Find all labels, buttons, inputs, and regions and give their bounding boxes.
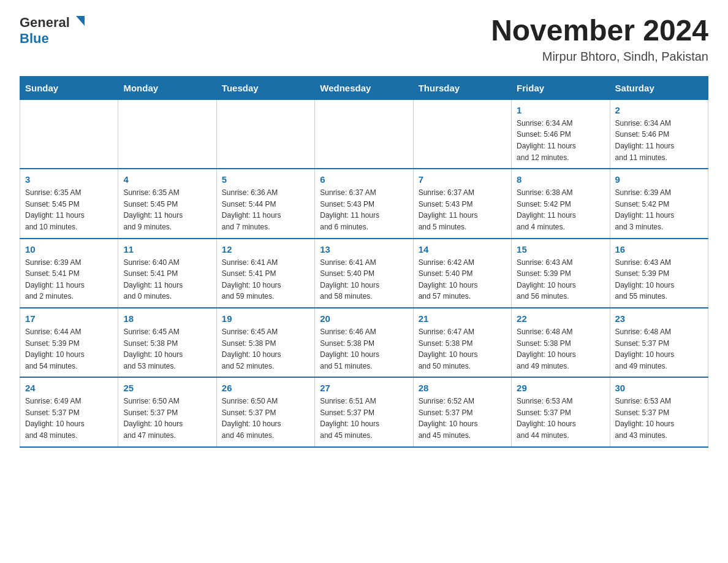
calendar-cell: 6Sunrise: 6:37 AM Sunset: 5:43 PM Daylig… (315, 169, 413, 238)
logo-icon (71, 15, 85, 28)
day-info: Sunrise: 6:45 AM Sunset: 5:38 PM Dayligh… (123, 326, 211, 372)
day-number: 8 (517, 174, 604, 185)
calendar-cell (413, 99, 511, 169)
calendar-cell (118, 99, 216, 169)
day-number: 9 (615, 174, 703, 185)
logo-general-text: General (20, 15, 70, 31)
day-info: Sunrise: 6:41 AM Sunset: 5:40 PM Dayligh… (320, 257, 408, 302)
day-number: 15 (517, 244, 604, 255)
day-info: Sunrise: 6:34 AM Sunset: 5:46 PM Dayligh… (615, 118, 703, 163)
title-section: November 2024 Mirpur Bhtoro, Sindh, Paki… (491, 15, 708, 64)
calendar-cell: 13Sunrise: 6:41 AM Sunset: 5:40 PM Dayli… (315, 239, 413, 308)
day-info: Sunrise: 6:46 AM Sunset: 5:38 PM Dayligh… (320, 326, 408, 372)
day-number: 12 (222, 244, 309, 255)
page-header: General Blue November 2024 Mirpur Bhtoro… (20, 15, 708, 64)
col-header-monday: Monday (118, 76, 216, 99)
day-number: 21 (419, 313, 506, 324)
day-info: Sunrise: 6:37 AM Sunset: 5:43 PM Dayligh… (320, 187, 408, 232)
svg-marker-0 (76, 16, 85, 26)
calendar-week-row: 24Sunrise: 6:49 AM Sunset: 5:37 PM Dayli… (20, 377, 708, 446)
calendar-cell: 20Sunrise: 6:46 AM Sunset: 5:38 PM Dayli… (315, 308, 413, 377)
day-info: Sunrise: 6:48 AM Sunset: 5:38 PM Dayligh… (517, 326, 604, 372)
day-number: 23 (615, 313, 703, 324)
calendar-cell: 27Sunrise: 6:51 AM Sunset: 5:37 PM Dayli… (315, 377, 413, 446)
calendar-cell: 9Sunrise: 6:39 AM Sunset: 5:42 PM Daylig… (610, 169, 708, 238)
calendar-cell: 7Sunrise: 6:37 AM Sunset: 5:43 PM Daylig… (413, 169, 511, 238)
day-number: 24 (25, 383, 113, 393)
day-info: Sunrise: 6:42 AM Sunset: 5:40 PM Dayligh… (419, 257, 506, 302)
calendar-cell: 1Sunrise: 6:34 AM Sunset: 5:46 PM Daylig… (512, 99, 610, 169)
day-number: 17 (25, 313, 113, 324)
calendar-cell: 29Sunrise: 6:53 AM Sunset: 5:37 PM Dayli… (512, 377, 610, 446)
day-info: Sunrise: 6:49 AM Sunset: 5:37 PM Dayligh… (25, 396, 113, 441)
col-header-thursday: Thursday (413, 76, 511, 99)
calendar-cell: 3Sunrise: 6:35 AM Sunset: 5:45 PM Daylig… (20, 169, 118, 238)
calendar-cell: 23Sunrise: 6:48 AM Sunset: 5:37 PM Dayli… (610, 308, 708, 377)
calendar-cell: 5Sunrise: 6:36 AM Sunset: 5:44 PM Daylig… (216, 169, 314, 238)
day-number: 14 (419, 244, 506, 255)
day-number: 22 (517, 313, 604, 324)
day-info: Sunrise: 6:44 AM Sunset: 5:39 PM Dayligh… (25, 326, 113, 372)
day-number: 13 (320, 244, 408, 255)
day-info: Sunrise: 6:41 AM Sunset: 5:41 PM Dayligh… (222, 257, 309, 302)
col-header-wednesday: Wednesday (315, 76, 413, 99)
day-number: 16 (615, 244, 703, 255)
day-info: Sunrise: 6:39 AM Sunset: 5:42 PM Dayligh… (615, 187, 703, 232)
day-info: Sunrise: 6:50 AM Sunset: 5:37 PM Dayligh… (222, 396, 309, 441)
calendar-cell: 4Sunrise: 6:35 AM Sunset: 5:45 PM Daylig… (118, 169, 216, 238)
day-info: Sunrise: 6:35 AM Sunset: 5:45 PM Dayligh… (25, 187, 113, 232)
day-info: Sunrise: 6:52 AM Sunset: 5:37 PM Dayligh… (419, 396, 506, 441)
day-number: 10 (25, 244, 113, 255)
day-info: Sunrise: 6:43 AM Sunset: 5:39 PM Dayligh… (615, 257, 703, 302)
calendar-cell: 15Sunrise: 6:43 AM Sunset: 5:39 PM Dayli… (512, 239, 610, 308)
calendar-header-row: SundayMondayTuesdayWednesdayThursdayFrid… (20, 76, 708, 99)
month-title: November 2024 (491, 15, 708, 47)
col-header-saturday: Saturday (610, 76, 708, 99)
calendar-cell: 19Sunrise: 6:45 AM Sunset: 5:38 PM Dayli… (216, 308, 314, 377)
day-info: Sunrise: 6:34 AM Sunset: 5:46 PM Dayligh… (517, 118, 604, 163)
day-number: 2 (615, 105, 703, 115)
day-info: Sunrise: 6:48 AM Sunset: 5:37 PM Dayligh… (615, 326, 703, 372)
calendar-cell (315, 99, 413, 169)
day-info: Sunrise: 6:35 AM Sunset: 5:45 PM Dayligh… (123, 187, 211, 232)
calendar-cell: 21Sunrise: 6:47 AM Sunset: 5:38 PM Dayli… (413, 308, 511, 377)
day-info: Sunrise: 6:50 AM Sunset: 5:37 PM Dayligh… (123, 396, 211, 441)
calendar-cell: 18Sunrise: 6:45 AM Sunset: 5:38 PM Dayli… (118, 308, 216, 377)
col-header-sunday: Sunday (20, 76, 118, 99)
day-number: 26 (222, 383, 309, 393)
day-number: 6 (320, 174, 408, 185)
day-info: Sunrise: 6:45 AM Sunset: 5:38 PM Dayligh… (222, 326, 309, 372)
calendar-week-row: 1Sunrise: 6:34 AM Sunset: 5:46 PM Daylig… (20, 99, 708, 169)
day-info: Sunrise: 6:39 AM Sunset: 5:41 PM Dayligh… (25, 257, 113, 302)
calendar-cell: 16Sunrise: 6:43 AM Sunset: 5:39 PM Dayli… (610, 239, 708, 308)
day-number: 1 (517, 105, 604, 115)
day-number: 5 (222, 174, 309, 185)
col-header-friday: Friday (512, 76, 610, 99)
day-number: 7 (419, 174, 506, 185)
calendar-cell: 26Sunrise: 6:50 AM Sunset: 5:37 PM Dayli… (216, 377, 314, 446)
calendar-cell: 11Sunrise: 6:40 AM Sunset: 5:41 PM Dayli… (118, 239, 216, 308)
col-header-tuesday: Tuesday (216, 76, 314, 99)
logo: General Blue (20, 15, 85, 47)
calendar-cell: 12Sunrise: 6:41 AM Sunset: 5:41 PM Dayli… (216, 239, 314, 308)
day-info: Sunrise: 6:43 AM Sunset: 5:39 PM Dayligh… (517, 257, 604, 302)
calendar-cell (20, 99, 118, 169)
day-info: Sunrise: 6:51 AM Sunset: 5:37 PM Dayligh… (320, 396, 408, 441)
day-number: 3 (25, 174, 113, 185)
calendar-cell: 8Sunrise: 6:38 AM Sunset: 5:42 PM Daylig… (512, 169, 610, 238)
day-info: Sunrise: 6:53 AM Sunset: 5:37 PM Dayligh… (517, 396, 604, 441)
day-info: Sunrise: 6:38 AM Sunset: 5:42 PM Dayligh… (517, 187, 604, 232)
calendar-cell (216, 99, 314, 169)
calendar-cell: 2Sunrise: 6:34 AM Sunset: 5:46 PM Daylig… (610, 99, 708, 169)
calendar-cell: 17Sunrise: 6:44 AM Sunset: 5:39 PM Dayli… (20, 308, 118, 377)
calendar-cell: 30Sunrise: 6:53 AM Sunset: 5:37 PM Dayli… (610, 377, 708, 446)
day-number: 28 (419, 383, 506, 393)
day-number: 25 (123, 383, 211, 393)
calendar-cell: 14Sunrise: 6:42 AM Sunset: 5:40 PM Dayli… (413, 239, 511, 308)
calendar-cell: 22Sunrise: 6:48 AM Sunset: 5:38 PM Dayli… (512, 308, 610, 377)
logo-blue-text: Blue (20, 31, 49, 46)
calendar-cell: 28Sunrise: 6:52 AM Sunset: 5:37 PM Dayli… (413, 377, 511, 446)
day-number: 4 (123, 174, 211, 185)
calendar-cell: 24Sunrise: 6:49 AM Sunset: 5:37 PM Dayli… (20, 377, 118, 446)
day-info: Sunrise: 6:40 AM Sunset: 5:41 PM Dayligh… (123, 257, 211, 302)
